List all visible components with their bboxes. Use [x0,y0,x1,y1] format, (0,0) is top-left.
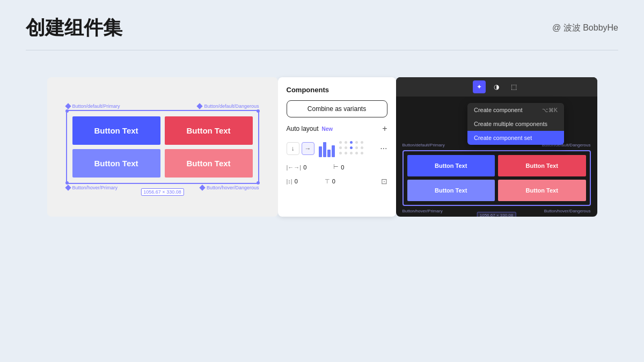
label-bl: Button/hover/Primary [66,185,118,190]
chart-bar-2 [323,142,326,157]
dot-13 [350,152,353,154]
label-br: Button/hover/Dangerous [200,185,259,190]
create-multiple-label: Create multiple components [474,121,547,127]
size-label-left: 1056.67 × 330.08 [141,188,184,196]
dot-2 [345,141,347,144]
gap-v-input-group: |↕| [287,178,312,184]
right-label-bl: Button/hover/Primary [402,209,443,213]
new-badge: New [322,126,333,132]
dot-3 [350,141,353,144]
diamond-icon-tl [65,103,71,109]
right-size-label: 1056.67 × 330.08 [477,212,516,217]
diamond-icon-br [199,184,205,190]
dot-9 [355,146,358,149]
align-h-input-group: ⊢ [333,164,358,171]
right-button-primary-hover[interactable]: Button Text [407,180,495,201]
right-label-tl: Button/default/Primary [402,143,445,147]
add-auto-layout-icon[interactable]: + [382,124,387,134]
button-grid: Button/default/Primary Button/default/Da… [66,110,259,184]
right-button-dangerous-default[interactable]: Button Text [498,155,586,176]
context-menu: Create component ⌥⌘K Create multiple com… [467,103,564,145]
corner-dot-tl [65,109,69,113]
component-icon[interactable]: ✦ [473,80,486,93]
chart-area [319,140,376,157]
dot-5 [361,141,363,144]
dot-8 [350,146,353,149]
auto-layout-label: Auto layout [287,125,319,132]
button-primary-hover[interactable]: Button Text [72,149,160,178]
main-content: Button/default/Primary Button/default/Da… [0,50,644,217]
dot-6 [339,146,342,149]
input-row-1: |←→| ⊢ [287,164,387,171]
corner-dot-br [257,181,260,184]
right-button-dangerous-hover[interactable]: Button Text [498,180,586,201]
gap-v-input[interactable] [295,178,312,184]
dot-14 [355,152,358,154]
align-v-input-group: ⊤ [325,178,349,185]
button-dangerous-hover[interactable]: Button Text [165,149,253,178]
align-v-icon: ⊤ [325,178,330,185]
toolbar: ✦ ◑ ⬚ [396,77,597,97]
dot-12 [345,152,347,154]
right-button-grid: Button/default/Primary Button/default/Da… [402,150,591,206]
clip-icon[interactable]: ⊡ [381,177,387,186]
author-label: @ 波波 BobbyHe [552,23,618,34]
create-component-shortcut: ⌥⌘K [542,107,558,113]
align-h-icon: ⊢ [333,164,339,171]
header: 创建组件集 @ 波波 BobbyHe [0,0,644,41]
diamond-icon-tr [197,103,203,109]
canvas-panel-right: ✦ ◑ ⬚ Create component ⌥⌘K Create multip… [396,77,597,217]
align-v-input[interactable] [332,178,349,184]
create-component-set-label: Create component set [474,135,532,141]
gap-v-icon: |↕| [287,178,292,184]
page-title: 创建组件集 [26,15,122,41]
create-component-item[interactable]: Create component ⌥⌘K [467,103,564,117]
gap-h-input-group: |←→| [287,164,321,171]
button-grid-container: Button/default/Primary Button/default/Da… [66,110,259,184]
more-options-icon[interactable]: ··· [380,144,387,153]
dot-15 [361,152,363,154]
align-h-input[interactable] [341,164,358,171]
direction-down-btn[interactable]: ↓ [287,142,299,155]
label-tl: Button/default/Primary [66,104,120,109]
components-title: Components [287,86,387,94]
corner-dot-tr [257,109,260,113]
direction-row: ↓ → [287,142,314,155]
dot-1 [339,141,342,144]
right-grid-wrapper: Button/default/Primary Button/default/Da… [402,150,591,206]
chart-bar-1 [319,146,322,157]
properties-panel: Components Combine as variants Auto layo… [278,77,396,217]
create-multiple-item[interactable]: Create multiple components [467,117,564,131]
gap-h-input[interactable] [303,164,320,171]
frame-icon[interactable]: ⬚ [507,80,520,93]
corner-dot-bl [65,181,69,184]
right-canvas-buttons: Button/default/Primary Button/default/Da… [402,150,591,206]
direction-right-btn[interactable]: → [302,142,314,155]
dot-7 [345,146,347,149]
create-component-set-item[interactable]: Create component set [467,131,564,145]
contrast-icon[interactable]: ◑ [490,80,503,93]
canvas-panel-left: Button/default/Primary Button/default/Da… [47,77,278,217]
right-button-primary-default[interactable]: Button Text [407,155,495,176]
dot-4 [355,141,358,144]
mini-chart [319,140,335,157]
label-tr: Button/default/Dangerous [197,104,259,109]
button-primary-default[interactable]: Button Text [72,116,160,145]
right-label-br: Button/hover/Dangerous [544,209,591,213]
chart-bar-4 [332,145,335,157]
direction-controls: ↓ → [287,140,387,157]
input-row-2: |↕| ⊤ ⊡ [287,177,387,186]
combine-as-variants-button[interactable]: Combine as variants [287,100,387,117]
dot-10 [361,146,363,149]
chart-bar-3 [327,150,331,157]
auto-layout-row: Auto layout New + [287,124,387,134]
create-component-label: Create component [474,107,523,113]
dot-grid [339,141,365,156]
dot-11 [339,152,342,154]
diamond-icon-bl [65,184,71,190]
auto-layout-left: Auto layout New [287,125,333,132]
button-dangerous-default[interactable]: Button Text [165,116,253,145]
gap-h-icon: |←→| [287,164,302,171]
